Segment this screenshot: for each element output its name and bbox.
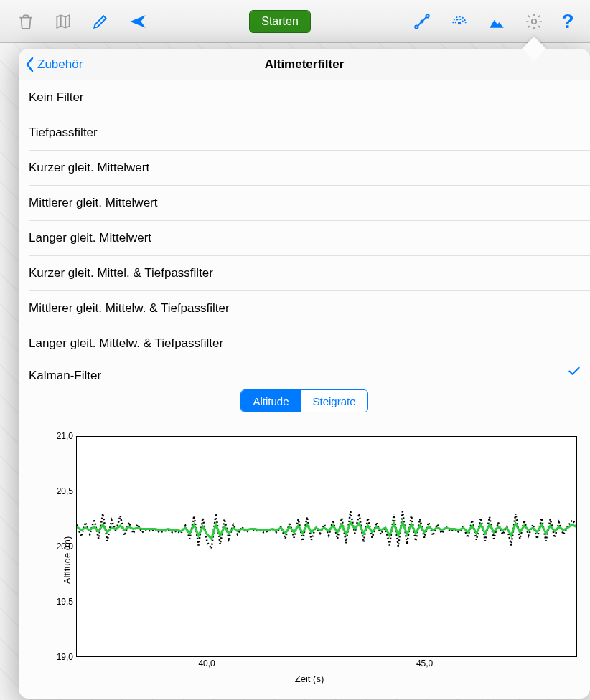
radar-icon[interactable] xyxy=(441,0,478,43)
pencil-icon[interactable] xyxy=(82,0,119,43)
svg-point-0 xyxy=(415,25,418,28)
filter-option[interactable]: Mittlerer gleit. Mittelwert xyxy=(29,186,590,221)
ytick-label: 19,5 xyxy=(57,597,73,607)
popover-title: Altimeterfilter xyxy=(265,57,345,72)
mountains-icon[interactable] xyxy=(478,0,515,43)
chart-yticks: 19,019,520,020,521,0 xyxy=(47,436,76,657)
svg-point-1 xyxy=(426,14,429,17)
popover-header: Zubehör Altimeterfilter xyxy=(19,49,590,80)
back-button[interactable]: Zubehör xyxy=(24,49,83,80)
help-button[interactable]: ? xyxy=(553,10,583,33)
chart-xticks: 40,045,0 xyxy=(76,658,577,671)
chevron-left-icon xyxy=(24,57,34,72)
filter-option-label: Kurzer gleit. Mittelwert xyxy=(29,161,149,175)
filter-option[interactable]: Langer gleit. Mittelw. & Tiefpassfilter xyxy=(29,326,590,361)
filter-option[interactable]: Kalman-Filter xyxy=(29,361,590,384)
filter-option-label: Kurzer gleit. Mittel. & Tiefpassfilter xyxy=(29,266,213,280)
settings-popover: Zubehör Altimeterfilter Kein FilterTiefp… xyxy=(19,49,590,699)
airplane-icon[interactable] xyxy=(119,0,156,43)
filter-option-label: Langer gleit. Mittelwert xyxy=(29,231,151,245)
chart-plot-area xyxy=(76,436,577,657)
back-label: Zubehör xyxy=(37,57,83,72)
xtick-label: 40,0 xyxy=(198,658,215,668)
ytick-label: 21,0 xyxy=(57,431,73,441)
ytick-label: 20,5 xyxy=(57,486,73,496)
filter-option-label: Langer gleit. Mittelw. & Tiefpassfilter xyxy=(29,336,223,351)
filter-option-label: Mittlerer gleit. Mittelwert xyxy=(29,196,157,210)
checkmark-icon xyxy=(567,364,581,382)
chart-mode-segmented: AltitudeSteigrate xyxy=(19,389,590,412)
main-toolbar: Starten ? xyxy=(0,0,590,43)
trash-icon[interactable] xyxy=(7,0,45,43)
xtick-label: 45,0 xyxy=(416,658,433,668)
start-button[interactable]: Starten xyxy=(249,10,311,33)
filter-option-label: Tiefpassfilter xyxy=(29,126,98,140)
ytick-label: 19,0 xyxy=(57,652,73,662)
filter-option[interactable]: Tiefpassfilter xyxy=(29,115,590,151)
altitude-chart: Altitude (m) 19,019,520,020,521,0 40,045… xyxy=(40,436,579,684)
svg-point-2 xyxy=(421,20,423,22)
svg-point-3 xyxy=(459,22,461,24)
segment-steigrate[interactable]: Steigrate xyxy=(301,390,367,412)
filter-option-label: Kalman-Filter xyxy=(29,369,101,383)
ytick-label: 20,0 xyxy=(57,541,73,552)
filter-option[interactable]: Langer gleit. Mittelwert xyxy=(29,221,590,256)
route-icon[interactable] xyxy=(403,0,441,43)
filter-option[interactable]: Kein Filter xyxy=(29,80,590,115)
filter-option[interactable]: Mittlerer gleit. Mittelw. & Tiefpassfilt… xyxy=(29,291,590,326)
filter-option[interactable]: Kurzer gleit. Mittelwert xyxy=(29,151,590,186)
chart-xlabel: Zeit (s) xyxy=(40,673,579,684)
segment-altitude[interactable]: Altitude xyxy=(241,390,300,412)
map-icon[interactable] xyxy=(45,0,82,43)
filter-option[interactable]: Kurzer gleit. Mittel. & Tiefpassfilter xyxy=(29,256,590,291)
filter-option-label: Kein Filter xyxy=(29,90,84,105)
filter-option-label: Mittlerer gleit. Mittelw. & Tiefpassfilt… xyxy=(29,301,230,316)
svg-point-4 xyxy=(532,19,537,24)
filter-list[interactable]: Kein FilterTiefpassfilterKurzer gleit. M… xyxy=(19,80,590,384)
